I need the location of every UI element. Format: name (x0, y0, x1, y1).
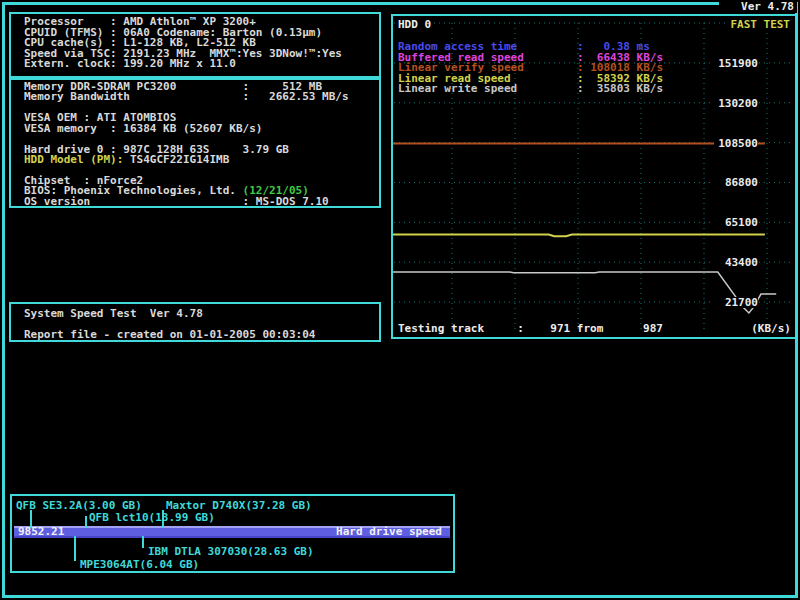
drive-label: IBM DTLA 307030(28.63 GB) (148, 546, 314, 557)
y-tick-label: 108500 (714, 138, 758, 149)
hard-drive-speed-bar: 9852.21 Hard drive speed (14, 526, 450, 538)
text-segment: HDD Model (PM): (24, 153, 123, 166)
text-segment: Report file - created on 01-01-2005 00:0… (24, 328, 315, 341)
text-segment: TS4GCF22IG14IMB (123, 153, 229, 166)
text-row: Extern. clock: 199.20 MHz x 11.0 (24, 59, 379, 70)
drive-comparison-panel: QFB SE3.2A(3.00 GB)Maxtor D740X(37.28 GB… (10, 494, 455, 573)
text-segment: Memory Bandwidth : 2662.53 MB/s (24, 90, 349, 103)
text-row: OS version : MS-DOS 7.10 (24, 197, 379, 207)
text-segment: VESA memory : 16384 KB (52607 KB/s) (24, 122, 262, 135)
text-segment: System Speed Test Ver 4.78 (24, 307, 203, 320)
text-row: Memory Bandwidth : 2662.53 MB/s (24, 92, 379, 102)
y-tick-label: 21700 (714, 297, 758, 308)
drive-speed-mark (30, 510, 32, 528)
text-row: HDD Model (PM): TS4GCF22IG14IMB (24, 155, 379, 165)
series-line-linear-read-speed (393, 235, 765, 237)
drive-label: Maxtor D740X(37.28 GB) (166, 500, 312, 511)
system-info-panel: Memory DDR-SDRAM PC3200 : 512 MBMemory B… (9, 78, 381, 208)
report-info-rows: System Speed Test Ver 4.78Report file - … (24, 309, 379, 341)
y-tick-label: 43400 (714, 257, 758, 268)
chart-title: HDD 0 (398, 19, 434, 30)
legend-value: : 35803 KB/s (577, 84, 663, 95)
y-axis-unit: (KB/s) (751, 323, 791, 334)
y-tick-label: 65100 (714, 217, 758, 228)
drive-speed-mark (162, 510, 164, 528)
y-tick-label: 86800 (714, 177, 758, 188)
app-version: Ver 4.78 (719, 0, 797, 13)
chart-legend: Random access time: 0.38 msBuffered read… (398, 42, 688, 95)
drive-label: MPE3064AT(6.04 GB) (80, 559, 199, 570)
legend-row-linear-write-speed: Linear write speed: 35803 KB/s (398, 84, 688, 95)
drive-speed-mark (74, 536, 76, 561)
drive-label: QFB lct10(13.99 GB) (89, 512, 215, 523)
system-info-rows: Memory DDR-SDRAM PC3200 : 512 MBMemory B… (24, 82, 379, 207)
drive-speed-mark (142, 536, 144, 548)
drive-speed-score: 9852.21 (18, 526, 64, 538)
text-segment: Extern. clock: 199.20 MHz x 11.0 (24, 57, 236, 70)
report-info-panel: System Speed Test Ver 4.78Report file - … (9, 302, 381, 342)
drive-speed-mark (85, 516, 87, 528)
speed-bar-label: Hard drive speed (336, 526, 442, 538)
text-row: VESA memory : 16384 KB (52607 KB/s) (24, 124, 379, 134)
testing-track-status: Testing track : 971 from 987 (398, 323, 663, 334)
test-mode-badge: FAST TEST (727, 19, 790, 30)
text-row: System Speed Test Ver 4.78 (24, 309, 379, 320)
text-row: Report file - created on 01-01-2005 00:0… (24, 330, 379, 341)
cpu-info-rows: Processor : AMD Athlon™ XP 3200+CPUID (T… (24, 17, 379, 70)
cpu-info-panel: Processor : AMD Athlon™ XP 3200+CPUID (T… (9, 12, 381, 78)
legend-label: Linear write speed (398, 82, 517, 95)
y-tick-label: 130200 (714, 98, 758, 109)
system-speed-test-screen: Ver 4.78 Processor : AMD Athlon™ XP 3200… (0, 0, 800, 600)
hdd-benchmark-panel: 15190013020010850086800651004340021700 H… (391, 14, 797, 339)
text-segment: OS version : MS-DOS 7.10 (24, 195, 329, 208)
y-tick-label: 151900 (714, 58, 758, 69)
drive-label: QFB SE3.2A(3.00 GB) (16, 500, 142, 511)
